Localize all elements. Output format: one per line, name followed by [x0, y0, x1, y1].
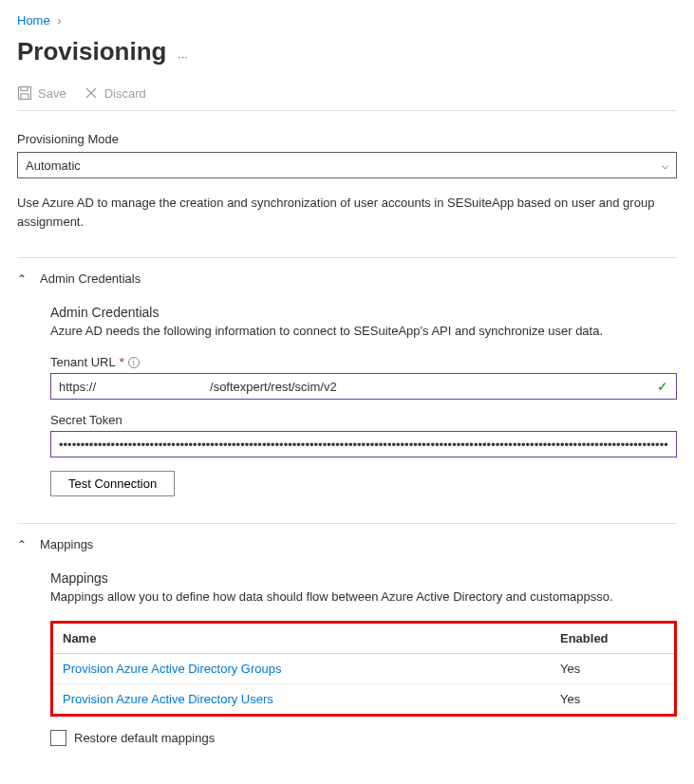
breadcrumb: Home ›	[17, 13, 677, 28]
secret-token-value: ••••••••••••••••••••••••••••••••••••••••…	[59, 438, 668, 452]
mappings-table: Name Enabled Provision Azure Active Dire…	[53, 624, 674, 714]
toolbar: Save Discard	[17, 85, 677, 111]
mappings-toggle[interactable]: ⌃ Mappings	[17, 537, 677, 551]
page-title: Provisioning	[17, 37, 166, 66]
tenant-url-input[interactable]: https:// /softexpert/rest/scim/v2 ✓	[50, 373, 677, 400]
save-button[interactable]: Save	[17, 85, 66, 101]
admin-credentials-desc: Azure AD needs the following information…	[50, 324, 677, 338]
mappings-header: Mappings	[40, 537, 93, 551]
svg-rect-1	[21, 87, 28, 91]
table-row: Provision Azure Active Directory Users Y…	[53, 684, 674, 715]
description-text: Use Azure AD to manage the creation and …	[17, 194, 677, 231]
info-icon[interactable]: i	[128, 357, 140, 368]
tenant-url-prefix: https://	[59, 380, 96, 394]
chevron-up-icon: ⌃	[17, 538, 27, 551]
svg-rect-2	[21, 94, 28, 100]
mappings-section: ⌃ Mappings Mappings Mappings allow you t…	[17, 523, 677, 746]
save-label: Save	[38, 86, 66, 101]
mapping-link-users[interactable]: Provision Azure Active Directory Users	[63, 692, 273, 706]
secret-token-input[interactable]: ••••••••••••••••••••••••••••••••••••••••…	[50, 431, 677, 457]
breadcrumb-home[interactable]: Home	[17, 13, 50, 28]
more-icon[interactable]: ···	[178, 49, 188, 64]
tenant-url-suffix: /softexpert/rest/scim/v2	[210, 380, 337, 394]
test-connection-button[interactable]: Test Connection	[50, 471, 175, 496]
mapping-link-groups[interactable]: Provision Azure Active Directory Groups	[63, 662, 281, 676]
admin-credentials-header: Admin Credentials	[40, 271, 141, 286]
mappings-table-highlight: Name Enabled Provision Azure Active Dire…	[50, 621, 677, 717]
chevron-down-icon: ⌵	[662, 159, 668, 172]
col-name: Name	[53, 624, 551, 654]
provisioning-mode-select[interactable]: Automatic ⌵	[17, 152, 677, 178]
secret-token-label: Secret Token	[50, 413, 677, 427]
admin-credentials-subhead: Admin Credentials	[50, 305, 677, 320]
admin-credentials-section: ⌃ Admin Credentials Admin Credentials Az…	[17, 257, 677, 496]
required-asterisk: *	[120, 355, 124, 369]
provisioning-mode-label: Provisioning Mode	[17, 132, 677, 146]
mapping-enabled: Yes	[551, 684, 674, 715]
discard-label: Discard	[104, 86, 146, 101]
save-icon	[17, 85, 32, 101]
admin-credentials-toggle[interactable]: ⌃ Admin Credentials	[17, 271, 677, 286]
restore-label: Restore default mappings	[74, 731, 215, 745]
restore-checkbox[interactable]	[50, 730, 66, 746]
col-enabled: Enabled	[551, 624, 674, 654]
check-icon: ✓	[657, 379, 668, 394]
mappings-desc: Mappings allow you to define how data sh…	[50, 589, 677, 604]
table-row: Provision Azure Active Directory Groups …	[53, 654, 674, 684]
discard-button[interactable]: Discard	[84, 85, 146, 101]
close-icon	[84, 85, 99, 101]
chevron-up-icon: ⌃	[17, 272, 27, 286]
tenant-url-label-text: Tenant URL	[50, 355, 116, 369]
provisioning-mode-value: Automatic	[26, 159, 81, 173]
mappings-subhead: Mappings	[50, 570, 677, 586]
tenant-url-label: Tenant URL * i	[50, 355, 677, 369]
mapping-enabled: Yes	[551, 654, 674, 684]
chevron-right-icon: ›	[57, 13, 61, 28]
restore-default-row: Restore default mappings	[50, 730, 677, 746]
